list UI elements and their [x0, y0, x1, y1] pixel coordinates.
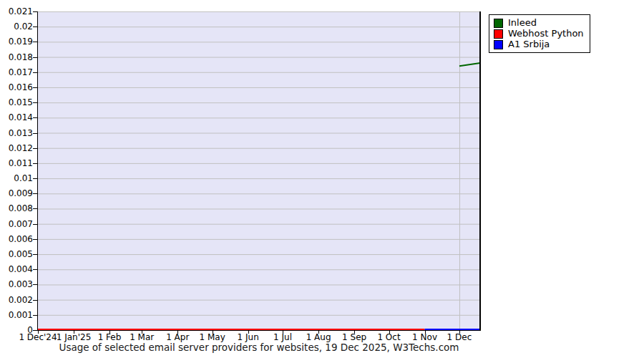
y-tick-label: 0.011	[0, 158, 33, 168]
w3techs-chart: 00.0010.0020.0030.0040.0050.0060.0070.00…	[0, 0, 644, 358]
legend-item: Inleed	[494, 18, 584, 28]
legend-swatch-icon	[494, 40, 503, 49]
y-tick-label: 0.017	[0, 67, 33, 77]
y-tick-label: 0.021	[0, 6, 33, 16]
y-axis-line	[37, 11, 38, 331]
y-tick-label: 0.015	[0, 97, 33, 107]
x-axis-line	[38, 330, 480, 331]
y-tick-label: 0.006	[0, 234, 33, 244]
y-tick-label: 0.018	[0, 52, 33, 62]
legend-label: A1 Srbija	[508, 39, 550, 49]
chart-title: Usage of selected email server providers…	[38, 342, 480, 353]
legend-label: Inleed	[508, 18, 537, 28]
y-tick-label: 0.001	[0, 310, 33, 320]
y-tick-label: 0.005	[0, 249, 33, 259]
legend: InleedWebhost PythonA1 Srbija	[489, 14, 590, 53]
y-tick-label: 0.004	[0, 264, 33, 274]
y-tick-label: 0.007	[0, 219, 33, 229]
y-tick-label: 0.008	[0, 203, 33, 213]
series-line-inleed	[459, 63, 480, 66]
y-tick-label: 0.014	[0, 112, 33, 122]
legend-item: Webhost Python	[494, 29, 584, 39]
y-tick-label: 0.009	[0, 188, 33, 198]
y-tick-label: 0.002	[0, 295, 33, 305]
y-tick-label: 0.019	[0, 37, 33, 47]
plot-svg	[38, 11, 480, 330]
legend-swatch-icon	[494, 29, 503, 39]
x-tick-label: 1 Dec	[436, 332, 482, 342]
y-tick-label: 0.013	[0, 128, 33, 138]
y-tick-label: 0.012	[0, 143, 33, 153]
legend-swatch-icon	[494, 19, 503, 28]
legend-label: Webhost Python	[508, 29, 584, 39]
plot-right-border	[479, 11, 481, 331]
legend-item: A1 Srbija	[494, 39, 584, 49]
y-tick-label: 0.003	[0, 279, 33, 289]
y-tick-label: 0.02	[0, 21, 33, 32]
plot-area	[38, 11, 480, 330]
y-tick-label: 0.016	[0, 82, 33, 92]
y-tick-label: 0.01	[0, 173, 33, 183]
